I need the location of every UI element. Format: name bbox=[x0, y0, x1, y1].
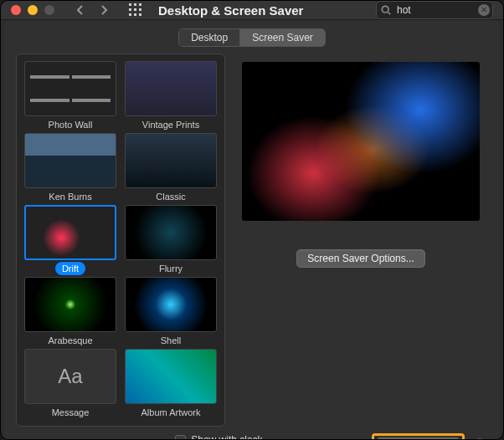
saver-classic[interactable]: Classic bbox=[124, 133, 218, 203]
footer: Start after: 20 Minutes ▲▼ Show with clo… bbox=[16, 427, 488, 440]
search-field: ✕ bbox=[376, 1, 493, 19]
saver-vintage-prints[interactable]: Vintage Prints bbox=[124, 61, 218, 131]
svg-rect-2 bbox=[139, 3, 141, 6]
thumbnail-icon bbox=[125, 205, 217, 260]
content-area: Desktop Screen Saver Photo Wall Vintage … bbox=[4, 20, 500, 440]
forward-button[interactable] bbox=[93, 1, 115, 19]
show-with-clock-label: Show with clock bbox=[191, 434, 262, 440]
tab-bar: Desktop Screen Saver bbox=[16, 28, 488, 47]
hot-corners-highlight: Hot Corners... bbox=[372, 433, 465, 440]
close-icon[interactable] bbox=[11, 5, 21, 15]
page-title: Desktop & Screen Saver bbox=[158, 3, 303, 18]
svg-rect-6 bbox=[129, 13, 131, 16]
saver-message[interactable]: Aa Message bbox=[23, 349, 117, 419]
thumbnail-icon bbox=[24, 205, 116, 260]
saver-shell[interactable]: Shell bbox=[124, 277, 218, 347]
clear-search-icon[interactable]: ✕ bbox=[478, 4, 490, 16]
saver-flurry[interactable]: Flurry bbox=[124, 205, 218, 275]
saver-label: Arabesque bbox=[41, 334, 99, 347]
window-controls bbox=[11, 5, 54, 15]
saver-label: Message bbox=[45, 406, 96, 419]
saver-album-artwork[interactable]: Album Artwork bbox=[124, 349, 218, 419]
thumbnail-icon bbox=[125, 133, 217, 188]
svg-rect-0 bbox=[129, 3, 131, 6]
saver-label: Vintage Prints bbox=[136, 118, 206, 131]
drift-preview-art bbox=[242, 62, 480, 221]
screensaver-list[interactable]: Photo Wall Vintage Prints Ken Burns Clas… bbox=[16, 54, 225, 427]
main-area: Photo Wall Vintage Prints Ken Burns Clas… bbox=[16, 54, 488, 427]
preferences-window: Desktop & Screen Saver ✕ Desktop Screen … bbox=[0, 0, 504, 440]
saver-label: Album Artwork bbox=[135, 406, 208, 419]
search-icon bbox=[381, 5, 391, 15]
zoom-icon bbox=[44, 5, 54, 15]
svg-rect-5 bbox=[139, 8, 141, 11]
saver-drift[interactable]: Drift bbox=[23, 205, 117, 275]
saver-photo-wall[interactable]: Photo Wall bbox=[23, 61, 117, 131]
saver-label: Shell bbox=[154, 334, 188, 347]
saver-ken-burns[interactable]: Ken Burns bbox=[23, 133, 117, 203]
preview-pane: Screen Saver Options... bbox=[234, 54, 488, 427]
thumbnail-icon bbox=[24, 61, 116, 116]
options-checkboxes: Show with clock Use random screen saver bbox=[175, 434, 306, 440]
svg-point-9 bbox=[382, 6, 388, 13]
screensaver-options-button[interactable]: Screen Saver Options... bbox=[296, 249, 424, 268]
saver-label: Drift bbox=[55, 262, 85, 275]
svg-rect-4 bbox=[134, 8, 136, 11]
thumbnail-icon bbox=[24, 133, 116, 188]
nav-buttons bbox=[69, 1, 115, 19]
saver-label: Photo Wall bbox=[42, 118, 100, 131]
saver-label: Ken Burns bbox=[42, 190, 98, 203]
svg-rect-8 bbox=[139, 13, 141, 16]
svg-rect-1 bbox=[134, 3, 136, 6]
svg-rect-7 bbox=[134, 13, 136, 16]
titlebar: Desktop & Screen Saver ✕ bbox=[1, 1, 503, 20]
svg-rect-3 bbox=[129, 8, 131, 11]
saver-label: Flurry bbox=[152, 262, 189, 275]
thumbnail-icon bbox=[24, 277, 116, 332]
thumbnail-icon bbox=[125, 61, 217, 116]
minimize-icon[interactable] bbox=[28, 5, 38, 15]
saver-label: Classic bbox=[149, 190, 192, 203]
show-all-button[interactable] bbox=[126, 1, 145, 19]
svg-line-10 bbox=[388, 13, 391, 15]
show-with-clock-row: Show with clock bbox=[175, 434, 306, 440]
thumbnail-icon bbox=[125, 349, 217, 404]
large-preview bbox=[242, 62, 480, 221]
search-input[interactable] bbox=[376, 1, 493, 19]
tab-desktop[interactable]: Desktop bbox=[179, 29, 240, 46]
saver-arabesque[interactable]: Arabesque bbox=[23, 277, 117, 347]
tab-screensaver[interactable]: Screen Saver bbox=[240, 29, 325, 46]
thumbnail-icon: Aa bbox=[24, 349, 116, 404]
back-button[interactable] bbox=[69, 1, 91, 19]
thumbnail-icon bbox=[125, 277, 217, 332]
show-with-clock-checkbox[interactable] bbox=[175, 435, 186, 441]
